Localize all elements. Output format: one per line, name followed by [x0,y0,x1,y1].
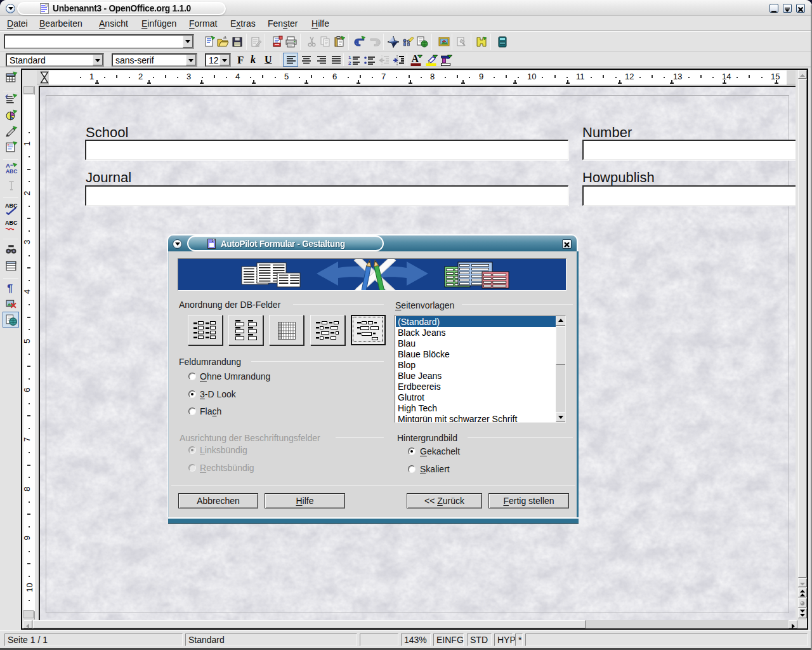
svg-text:ABC: ABC [6,168,17,175]
svg-text:1: 1 [348,55,351,60]
svg-text:2: 2 [348,60,351,66]
svg-text:ABC: ABC [5,220,18,226]
svg-text:¶: ¶ [7,283,13,294]
